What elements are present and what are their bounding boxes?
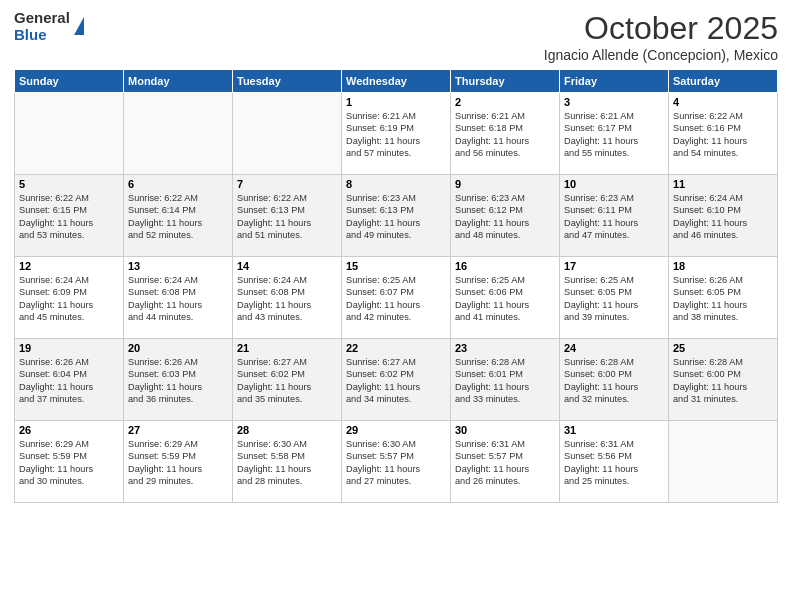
day-info: Sunrise: 6:30 AM Sunset: 5:58 PM Dayligh… bbox=[237, 438, 337, 488]
day-number: 10 bbox=[564, 178, 664, 190]
day-info: Sunrise: 6:22 AM Sunset: 6:15 PM Dayligh… bbox=[19, 192, 119, 242]
logo-general: General bbox=[14, 10, 70, 27]
calendar-header-row: Sunday Monday Tuesday Wednesday Thursday… bbox=[15, 70, 778, 93]
table-row: 6Sunrise: 6:22 AM Sunset: 6:14 PM Daylig… bbox=[124, 175, 233, 257]
table-row: 24Sunrise: 6:28 AM Sunset: 6:00 PM Dayli… bbox=[560, 339, 669, 421]
col-sunday: Sunday bbox=[15, 70, 124, 93]
col-thursday: Thursday bbox=[451, 70, 560, 93]
col-monday: Monday bbox=[124, 70, 233, 93]
day-info: Sunrise: 6:24 AM Sunset: 6:08 PM Dayligh… bbox=[128, 274, 228, 324]
day-number: 20 bbox=[128, 342, 228, 354]
day-info: Sunrise: 6:21 AM Sunset: 6:18 PM Dayligh… bbox=[455, 110, 555, 160]
day-number: 3 bbox=[564, 96, 664, 108]
day-number: 17 bbox=[564, 260, 664, 272]
day-number: 15 bbox=[346, 260, 446, 272]
calendar-week-row: 5Sunrise: 6:22 AM Sunset: 6:15 PM Daylig… bbox=[15, 175, 778, 257]
day-number: 8 bbox=[346, 178, 446, 190]
table-row: 14Sunrise: 6:24 AM Sunset: 6:08 PM Dayli… bbox=[233, 257, 342, 339]
calendar-week-row: 19Sunrise: 6:26 AM Sunset: 6:04 PM Dayli… bbox=[15, 339, 778, 421]
day-number: 29 bbox=[346, 424, 446, 436]
day-number: 18 bbox=[673, 260, 773, 272]
day-info: Sunrise: 6:28 AM Sunset: 6:00 PM Dayligh… bbox=[673, 356, 773, 406]
table-row: 19Sunrise: 6:26 AM Sunset: 6:04 PM Dayli… bbox=[15, 339, 124, 421]
table-row: 16Sunrise: 6:25 AM Sunset: 6:06 PM Dayli… bbox=[451, 257, 560, 339]
day-info: Sunrise: 6:24 AM Sunset: 6:10 PM Dayligh… bbox=[673, 192, 773, 242]
col-tuesday: Tuesday bbox=[233, 70, 342, 93]
day-number: 4 bbox=[673, 96, 773, 108]
day-number: 11 bbox=[673, 178, 773, 190]
day-info: Sunrise: 6:29 AM Sunset: 5:59 PM Dayligh… bbox=[128, 438, 228, 488]
day-number: 6 bbox=[128, 178, 228, 190]
day-info: Sunrise: 6:21 AM Sunset: 6:19 PM Dayligh… bbox=[346, 110, 446, 160]
day-info: Sunrise: 6:23 AM Sunset: 6:12 PM Dayligh… bbox=[455, 192, 555, 242]
day-info: Sunrise: 6:27 AM Sunset: 6:02 PM Dayligh… bbox=[237, 356, 337, 406]
day-number: 23 bbox=[455, 342, 555, 354]
day-number: 12 bbox=[19, 260, 119, 272]
day-number: 19 bbox=[19, 342, 119, 354]
day-info: Sunrise: 6:22 AM Sunset: 6:14 PM Dayligh… bbox=[128, 192, 228, 242]
col-saturday: Saturday bbox=[669, 70, 778, 93]
day-info: Sunrise: 6:31 AM Sunset: 5:56 PM Dayligh… bbox=[564, 438, 664, 488]
day-number: 27 bbox=[128, 424, 228, 436]
day-number: 7 bbox=[237, 178, 337, 190]
table-row bbox=[124, 93, 233, 175]
day-number: 9 bbox=[455, 178, 555, 190]
day-info: Sunrise: 6:22 AM Sunset: 6:16 PM Dayligh… bbox=[673, 110, 773, 160]
table-row bbox=[15, 93, 124, 175]
day-number: 28 bbox=[237, 424, 337, 436]
day-info: Sunrise: 6:24 AM Sunset: 6:08 PM Dayligh… bbox=[237, 274, 337, 324]
location-title: Ignacio Allende (Concepcion), Mexico bbox=[544, 47, 778, 63]
table-row: 10Sunrise: 6:23 AM Sunset: 6:11 PM Dayli… bbox=[560, 175, 669, 257]
day-info: Sunrise: 6:27 AM Sunset: 6:02 PM Dayligh… bbox=[346, 356, 446, 406]
table-row: 27Sunrise: 6:29 AM Sunset: 5:59 PM Dayli… bbox=[124, 421, 233, 503]
table-row: 25Sunrise: 6:28 AM Sunset: 6:00 PM Dayli… bbox=[669, 339, 778, 421]
day-number: 24 bbox=[564, 342, 664, 354]
day-number: 2 bbox=[455, 96, 555, 108]
table-row: 9Sunrise: 6:23 AM Sunset: 6:12 PM Daylig… bbox=[451, 175, 560, 257]
table-row: 3Sunrise: 6:21 AM Sunset: 6:17 PM Daylig… bbox=[560, 93, 669, 175]
logo-triangle-icon bbox=[74, 17, 84, 35]
day-number: 22 bbox=[346, 342, 446, 354]
day-info: Sunrise: 6:31 AM Sunset: 5:57 PM Dayligh… bbox=[455, 438, 555, 488]
day-number: 1 bbox=[346, 96, 446, 108]
day-info: Sunrise: 6:30 AM Sunset: 5:57 PM Dayligh… bbox=[346, 438, 446, 488]
logo: General Blue bbox=[14, 10, 84, 43]
table-row: 30Sunrise: 6:31 AM Sunset: 5:57 PM Dayli… bbox=[451, 421, 560, 503]
calendar-table: Sunday Monday Tuesday Wednesday Thursday… bbox=[14, 69, 778, 503]
table-row: 7Sunrise: 6:22 AM Sunset: 6:13 PM Daylig… bbox=[233, 175, 342, 257]
table-row: 31Sunrise: 6:31 AM Sunset: 5:56 PM Dayli… bbox=[560, 421, 669, 503]
table-row: 12Sunrise: 6:24 AM Sunset: 6:09 PM Dayli… bbox=[15, 257, 124, 339]
table-row: 15Sunrise: 6:25 AM Sunset: 6:07 PM Dayli… bbox=[342, 257, 451, 339]
table-row: 28Sunrise: 6:30 AM Sunset: 5:58 PM Dayli… bbox=[233, 421, 342, 503]
day-number: 25 bbox=[673, 342, 773, 354]
day-info: Sunrise: 6:28 AM Sunset: 6:00 PM Dayligh… bbox=[564, 356, 664, 406]
title-block: October 2025 Ignacio Allende (Concepcion… bbox=[544, 10, 778, 63]
day-info: Sunrise: 6:23 AM Sunset: 6:11 PM Dayligh… bbox=[564, 192, 664, 242]
table-row: 11Sunrise: 6:24 AM Sunset: 6:10 PM Dayli… bbox=[669, 175, 778, 257]
calendar-week-row: 1Sunrise: 6:21 AM Sunset: 6:19 PM Daylig… bbox=[15, 93, 778, 175]
day-info: Sunrise: 6:25 AM Sunset: 6:05 PM Dayligh… bbox=[564, 274, 664, 324]
day-info: Sunrise: 6:23 AM Sunset: 6:13 PM Dayligh… bbox=[346, 192, 446, 242]
day-info: Sunrise: 6:24 AM Sunset: 6:09 PM Dayligh… bbox=[19, 274, 119, 324]
day-info: Sunrise: 6:26 AM Sunset: 6:04 PM Dayligh… bbox=[19, 356, 119, 406]
table-row: 4Sunrise: 6:22 AM Sunset: 6:16 PM Daylig… bbox=[669, 93, 778, 175]
table-row: 26Sunrise: 6:29 AM Sunset: 5:59 PM Dayli… bbox=[15, 421, 124, 503]
table-row: 5Sunrise: 6:22 AM Sunset: 6:15 PM Daylig… bbox=[15, 175, 124, 257]
day-number: 31 bbox=[564, 424, 664, 436]
calendar-week-row: 12Sunrise: 6:24 AM Sunset: 6:09 PM Dayli… bbox=[15, 257, 778, 339]
table-row: 22Sunrise: 6:27 AM Sunset: 6:02 PM Dayli… bbox=[342, 339, 451, 421]
day-info: Sunrise: 6:25 AM Sunset: 6:06 PM Dayligh… bbox=[455, 274, 555, 324]
table-row: 13Sunrise: 6:24 AM Sunset: 6:08 PM Dayli… bbox=[124, 257, 233, 339]
calendar-week-row: 26Sunrise: 6:29 AM Sunset: 5:59 PM Dayli… bbox=[15, 421, 778, 503]
table-row bbox=[669, 421, 778, 503]
day-info: Sunrise: 6:29 AM Sunset: 5:59 PM Dayligh… bbox=[19, 438, 119, 488]
day-info: Sunrise: 6:21 AM Sunset: 6:17 PM Dayligh… bbox=[564, 110, 664, 160]
day-number: 26 bbox=[19, 424, 119, 436]
table-row: 23Sunrise: 6:28 AM Sunset: 6:01 PM Dayli… bbox=[451, 339, 560, 421]
day-info: Sunrise: 6:26 AM Sunset: 6:03 PM Dayligh… bbox=[128, 356, 228, 406]
day-number: 21 bbox=[237, 342, 337, 354]
month-title: October 2025 bbox=[544, 10, 778, 47]
table-row: 21Sunrise: 6:27 AM Sunset: 6:02 PM Dayli… bbox=[233, 339, 342, 421]
day-number: 13 bbox=[128, 260, 228, 272]
page-header: General Blue October 2025 Ignacio Allend… bbox=[14, 10, 778, 63]
